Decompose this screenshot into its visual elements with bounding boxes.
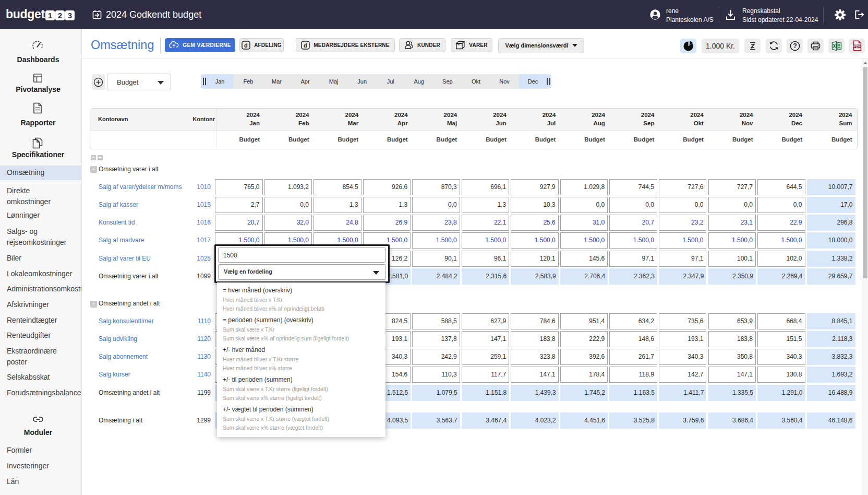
svg-text:?: ? bbox=[793, 42, 797, 50]
svg-text:d: d bbox=[304, 42, 307, 48]
svg-text:PDF: PDF bbox=[853, 44, 861, 48]
svg-text:d: d bbox=[244, 42, 248, 48]
